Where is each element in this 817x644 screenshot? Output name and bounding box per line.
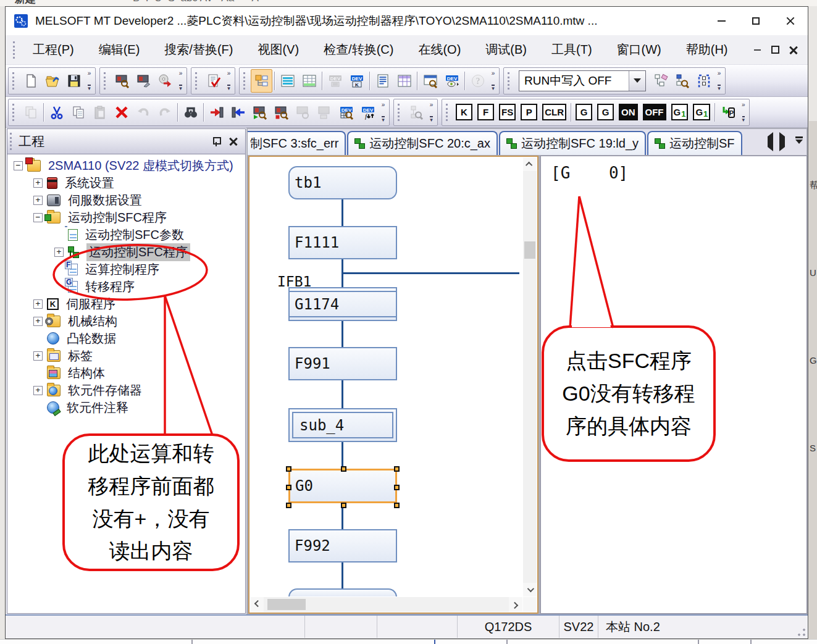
window-search-button[interactable] <box>419 69 441 93</box>
toolbar-overflow-chevron[interactable]: »▾ <box>427 101 436 124</box>
tree-item-7[interactable]: 运算控制程序 <box>7 261 245 278</box>
sfc-node-clipped[interactable] <box>288 588 397 596</box>
menu-item-8[interactable]: 工具(T) <box>539 38 605 62</box>
mdi-minimize-button[interactable] <box>754 49 761 51</box>
monitor-mode-button[interactable] <box>314 101 335 124</box>
tree-item-11[interactable]: 凸轮数据 <box>7 330 245 347</box>
run-write-combo[interactable]: RUN中写入 OFF <box>519 70 646 91</box>
symbol-g-button[interactable]: G <box>576 104 592 120</box>
selection-handle[interactable] <box>286 503 291 508</box>
tree-item-5[interactable]: 运动控制SFC参数 <box>7 226 245 243</box>
tab-2[interactable]: 运动控制SFC 20:c_ax <box>347 131 498 155</box>
redo-button[interactable] <box>154 101 175 124</box>
expander-minus-icon[interactable]: − <box>33 213 43 222</box>
write-install-button[interactable] <box>154 69 176 93</box>
symbol-p-button[interactable]: P <box>521 104 537 120</box>
expander-plus-icon[interactable]: + <box>33 178 43 188</box>
tab-menu-button[interactable] <box>795 136 803 148</box>
tree-item-2[interactable]: +系统设置 <box>7 174 245 191</box>
tree-item-3[interactable]: +伺服数据设置 <box>7 191 245 209</box>
toolbar-grip[interactable] <box>446 104 448 121</box>
copy-button[interactable] <box>67 101 89 124</box>
scroll-right-button[interactable] <box>509 597 522 612</box>
menu-item-4[interactable]: 视图(V) <box>245 38 311 62</box>
expander-minus-icon[interactable]: − <box>14 161 23 170</box>
minimize-button[interactable] <box>704 7 739 35</box>
read-from-controller-button[interactable] <box>227 101 249 124</box>
delete-button[interactable] <box>111 101 132 124</box>
register-monitor-button[interactable] <box>393 69 415 93</box>
symbol-g2-button[interactable]: G <box>597 104 614 120</box>
pin-icon[interactable] <box>212 136 220 146</box>
sfc-edit-button[interactable] <box>650 69 671 93</box>
tree-item-1[interactable]: −2SMA110 (SV22 虚模式切换方式) <box>7 157 245 174</box>
sfc-node-tb1[interactable]: tb1 <box>288 166 397 199</box>
device-test-button[interactable]: DEV <box>335 101 357 124</box>
symbol-fs-button[interactable]: FS <box>499 104 516 120</box>
toolbar-grip[interactable] <box>12 104 15 121</box>
maximize-button[interactable] <box>739 7 773 35</box>
cut-button[interactable] <box>46 101 67 124</box>
tab-3[interactable]: 运动控制SFC 19:ld_y <box>499 131 646 155</box>
symbol-clr-button[interactable]: CLR <box>542 104 566 120</box>
menu-item-7[interactable]: 调试(B) <box>473 38 539 62</box>
toolbar-grip[interactable] <box>398 104 400 121</box>
sfc-zoom-button[interactable] <box>405 101 427 124</box>
undo-button[interactable] <box>132 101 154 124</box>
menu-item-3[interactable]: 搜索/替换(F) <box>152 38 245 62</box>
selection-handle[interactable] <box>394 466 400 472</box>
table-view-button[interactable] <box>298 69 320 93</box>
mdi-close-button[interactable] <box>789 46 798 54</box>
monitor-start-button[interactable] <box>249 101 270 124</box>
tree-item-14[interactable]: +软元件存储器 <box>7 382 245 399</box>
toolbar-grip[interactable] <box>243 72 246 90</box>
selection-handle[interactable] <box>341 466 346 472</box>
mdi-restore-button[interactable] <box>771 46 779 54</box>
new-button[interactable] <box>20 69 41 93</box>
toolbar-grip[interactable] <box>12 72 15 90</box>
selection-handle[interactable] <box>394 485 400 490</box>
project-check-button[interactable] <box>203 69 224 93</box>
vertical-scrollbar[interactable] <box>523 157 537 596</box>
expander-plus-icon[interactable]: + <box>54 248 64 257</box>
sfc-node-G0[interactable]: G0 <box>288 469 397 503</box>
help-button[interactable]: ? <box>467 69 488 93</box>
selection-handle[interactable] <box>394 503 400 508</box>
symbol-g1b-button[interactable]: G1 <box>693 104 710 120</box>
sfc-node-F1111[interactable]: F1111 <box>288 226 397 259</box>
save-button[interactable] <box>63 69 85 93</box>
tree-item-15[interactable]: 软元件注释 <box>7 399 245 416</box>
menu-item-6[interactable]: 在线(O) <box>406 38 473 62</box>
sfc-select-button[interactable] <box>693 69 714 93</box>
toolbar-overflow-chevron[interactable]: »▾ <box>176 69 185 93</box>
device-watch-button[interactable]: DEV <box>441 69 463 93</box>
project-tree-toggle[interactable] <box>251 69 272 93</box>
expander-plus-icon[interactable]: + <box>33 299 43 309</box>
toolbar-overflow-chevron[interactable]: »▾ <box>488 69 498 93</box>
selection-handle[interactable] <box>341 503 346 508</box>
sfc-search-button[interactable] <box>671 69 693 93</box>
prev-tab-button[interactable] <box>763 136 773 148</box>
write-to-controller-button[interactable] <box>206 101 227 124</box>
toolbar-grip[interactable] <box>104 72 106 90</box>
tree-item-13[interactable]: 结构体 <box>7 364 245 382</box>
close-button[interactable] <box>773 7 808 35</box>
scroll-left-button[interactable] <box>250 597 264 612</box>
selection-handle[interactable] <box>286 485 291 490</box>
device-transfer-button[interactable]: DEVf <box>357 101 379 124</box>
menu-item-9[interactable]: 窗口(W) <box>605 38 674 62</box>
tree-item-6[interactable]: +运动控制SFC程序 <box>7 243 245 261</box>
sfc-node-sub_4[interactable]: sub_4 <box>288 408 397 442</box>
paste-button[interactable] <box>89 101 111 124</box>
tree-item-12[interactable]: +标签 <box>7 347 245 364</box>
toolbar-grip[interactable] <box>508 72 510 90</box>
tree-item-9[interactable]: +K伺服程序 <box>7 295 245 312</box>
symbol-k-button[interactable]: K <box>456 104 472 120</box>
menubar-grip[interactable] <box>13 41 15 59</box>
scroll-up-button[interactable] <box>523 157 537 171</box>
device-batch-button[interactable]: DEV <box>324 69 346 93</box>
toolbar-overflow-chevron[interactable]: »▾ <box>224 69 233 93</box>
tree-item-4[interactable]: −运动控制SFC程序 <box>7 209 245 226</box>
jump-p-button[interactable]: P <box>717 101 739 124</box>
menu-item-1[interactable]: 工程(P) <box>20 38 86 62</box>
